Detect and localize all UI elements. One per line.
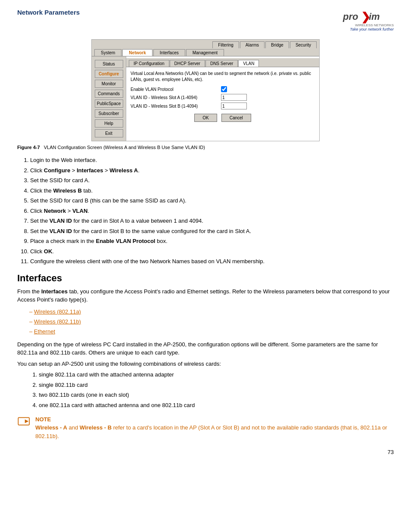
combo-1: single 802.11a card with the attached an… [39,370,394,379]
combo-list: single 802.11a card with the attached an… [39,370,394,409]
step-10: Click OK. [30,247,394,256]
button-row: OK Cancel [131,114,315,122]
subtab-vlan[interactable]: VLAN [238,60,259,67]
note-title: NOTE [35,416,394,423]
tab-network[interactable]: Network [122,49,152,56]
step-11: Configure the wireless client with one o… [30,257,394,266]
vlan-description: Virtual Local Area Networks (VLAN) can b… [131,71,315,83]
interfaces-section: Interfaces From the Interfaces tab, you … [17,273,394,410]
interfaces-heading: Interfaces [17,273,394,284]
subtab-dhcp-server[interactable]: DHCP Server [170,60,205,67]
interfaces-links: Wireless (802.11a) Wireless (802.11b) Et… [29,307,394,337]
link-wireless-b[interactable]: Wireless (802.11b) [29,317,394,327]
logo-image: pro ❯ im [342,9,394,24]
interfaces-para3: You can setup an AP-2500 unit using the … [17,360,394,368]
figure-number: Figure 4-7 [17,145,40,150]
sub-content: Virtual Local Area Networks (VLAN) can b… [126,67,319,136]
tab-management[interactable]: Management [186,49,224,56]
page-number: 73 [17,449,394,455]
step-4: Click the Wireless B tab. [30,187,394,195]
interfaces-para2: Depending on the type of wireless PC Car… [17,340,394,357]
form-row-vlan-slot-b: VLAN ID - Wireless Slot B (1-4094) [131,103,315,109]
ok-button[interactable]: OK [194,114,217,122]
step-2: Click Configure > Interfaces > Wireless … [30,166,394,175]
note-content: NOTE Wireless - A and Wireless - B refer… [35,416,394,440]
tab-interfaces[interactable]: Interfaces [153,49,185,56]
top-tab-row: Filtering Alarms Bridge Security [92,40,319,48]
interfaces-intro: From the Interfaces tab, you configure t… [17,287,394,304]
tab-alarms[interactable]: Alarms [240,41,265,48]
svg-text:im: im [369,11,380,22]
step-3: Set the SSID for card A. [30,176,394,185]
sidebar-exit[interactable]: Exit [95,129,123,137]
note-box: NOTE Wireless - A and Wireless - B refer… [17,416,394,440]
link-wireless-a[interactable]: Wireless (802.11a) [29,307,394,317]
form-row-vlan-slot-a: VLAN ID - Wireless Slot A (1-4094) [131,94,315,101]
logo-subtitle: WIRELESS NETWORKS [355,23,394,27]
form-row-enable-vlan: Enable VLAN Protocol [131,86,315,92]
sidebar-subscriber[interactable]: Subscriber [95,109,123,118]
tab-system[interactable]: System [94,49,121,56]
sidebar-status[interactable]: Status [95,60,123,68]
proxim-logo-svg: pro ❯ im [342,9,394,24]
sidebar-monitor[interactable]: Monitor [95,80,123,88]
step-8: Set the VLAN ID for the card in Slot B t… [30,227,394,236]
tab-bridge[interactable]: Bridge [265,41,289,48]
svg-text:pro: pro [342,11,358,22]
sidebar-publicspace[interactable]: PublicSpace [95,100,123,108]
sidebar-commands[interactable]: Commands [95,90,123,98]
note-arrow-icon [17,416,31,426]
step-9: Place a check mark in the Enable VLAN Pr… [30,237,394,246]
step-7: Set the VLAN ID for the card in Slot A t… [30,217,394,225]
main-content: IP Configuration DHCP Server DNS Server … [126,56,319,141]
vlan-slot-b-label: VLAN ID - Wireless Slot B (1-4094) [131,104,221,109]
logo-area: pro ❯ im WIRELESS NETWORKS Take your net… [342,9,394,31]
content-area: Status Configure Monitor Commands Public… [92,56,319,141]
screenshot-box: Filtering Alarms Bridge Security System … [91,39,320,141]
tab-security[interactable]: Security [290,41,317,48]
sidebar-help[interactable]: Help [95,119,123,128]
step-1: Login to the Web interface. [30,156,394,165]
figure-title: VLAN Configuration Screen (Wireless A an… [44,145,205,150]
enable-vlan-checkbox[interactable] [221,86,227,92]
sidebar-configure[interactable]: Configure [95,70,123,78]
subtab-ip-config[interactable]: IP Configuration [129,60,169,67]
vlan-slot-b-input[interactable] [221,103,247,109]
note-text: Wireless - A and Wireless - B refer to a… [35,423,394,440]
vlan-slot-a-input[interactable] [221,94,247,101]
combo-2: single 802.11b card [39,381,394,389]
step-6: Click Network > VLAN. [30,207,394,215]
steps-section: Login to the Web interface. Click Config… [17,156,394,266]
sidebar: Status Configure Monitor Commands Public… [92,56,126,141]
step-5: Set the SSID for card B (this can be the… [30,196,394,205]
tab-filtering[interactable]: Filtering [212,41,239,48]
page-header: Network Parameters pro ❯ im WIRELESS NET… [17,9,394,31]
link-ethernet[interactable]: Ethernet [29,327,394,336]
page-title: Network Parameters [17,9,80,16]
note-icon [17,416,31,426]
svg-marker-4 [20,420,28,423]
enable-vlan-label: Enable VLAN Protocol [131,87,221,92]
steps-list: Login to the Web interface. Click Config… [30,156,394,266]
subtab-dns-server[interactable]: DNS Server [206,60,238,67]
combo-3: two 802.11b cards (one in each slot) [39,391,394,399]
sub-tab-row: IP Configuration DHCP Server DNS Server … [126,58,319,67]
cancel-button[interactable]: Cancel [221,114,251,122]
combo-4: one 802.11a card with attached antenna a… [39,401,394,410]
figure-caption: Figure 4-7 VLAN Configuration Screen (Wi… [17,145,394,150]
vlan-slot-a-label: VLAN ID - Wireless Slot A (1-4094) [131,95,221,100]
second-tab-row: System Network Interfaces Management [92,48,319,56]
logo-tagline: Take your network further [350,27,394,31]
